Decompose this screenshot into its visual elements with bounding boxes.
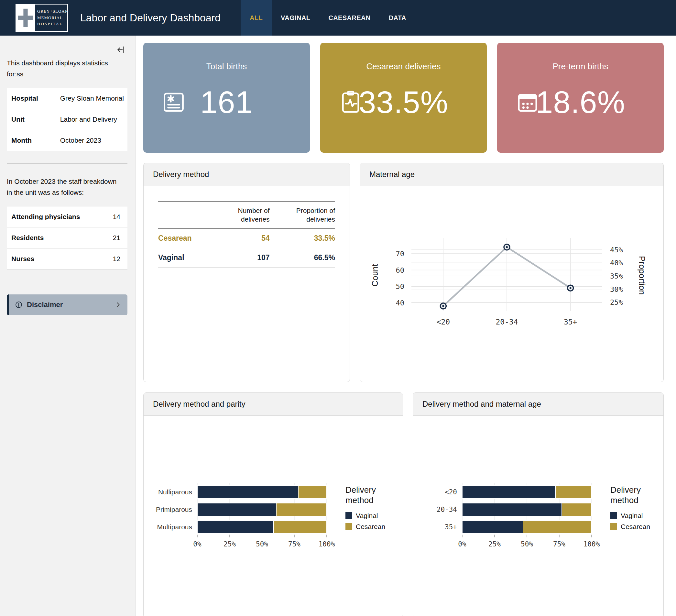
info-label: Unit xyxy=(7,109,58,130)
svg-text:<20: <20 xyxy=(437,318,450,326)
sidebar-collapse-icon[interactable] xyxy=(116,45,125,54)
svg-text:0%: 0% xyxy=(458,540,466,548)
card-title: Delivery method xyxy=(144,163,350,186)
staff-intro-text: In October 2023 the staff breakdown in t… xyxy=(7,176,123,198)
svg-text:75%: 75% xyxy=(553,540,565,548)
svg-text:100%: 100% xyxy=(583,540,600,548)
svg-text:50: 50 xyxy=(396,282,405,290)
svg-text:Delivery: Delivery xyxy=(345,485,376,495)
svg-text:50%: 50% xyxy=(521,540,533,548)
divider xyxy=(7,163,127,164)
clipboard-pulse-icon xyxy=(338,90,363,115)
svg-text:Count: Count xyxy=(370,264,380,286)
svg-text:30%: 30% xyxy=(610,285,623,293)
value-box-row: Total births 161 Cesarean deliveries xyxy=(143,43,664,153)
value-box-preterm-births: Pre-term births 18.6% xyxy=(497,43,664,153)
svg-text:0%: 0% xyxy=(193,540,202,548)
svg-text:20-34: 20-34 xyxy=(496,318,518,326)
tab-all[interactable]: ALL xyxy=(241,0,272,36)
svg-text:45%: 45% xyxy=(610,245,623,254)
svg-text:35+: 35+ xyxy=(445,523,457,531)
svg-text:25%: 25% xyxy=(610,298,623,306)
value-box-title: Total births xyxy=(143,61,310,71)
svg-text:Cesarean: Cesarean xyxy=(356,523,385,530)
svg-text:40%: 40% xyxy=(610,259,623,267)
svg-text:20-34: 20-34 xyxy=(437,506,457,513)
staff-row: Nurses 12 xyxy=(7,248,127,270)
delivery-method-card: Delivery method Number of deliveries Pro… xyxy=(143,163,350,382)
svg-text:method: method xyxy=(345,495,374,505)
card-title: Delivery method and maternal age xyxy=(413,393,663,416)
info-row: Month October 2023 xyxy=(7,130,127,151)
staff-row: Residents 21 xyxy=(7,227,127,248)
chevron-right-icon xyxy=(114,301,122,308)
row-label: Cesarean xyxy=(158,228,204,248)
value-box-value: 161 xyxy=(200,85,253,120)
column-header: Number of deliveries xyxy=(204,202,270,228)
disclaimer-label: Disclaimer xyxy=(27,300,63,309)
cell-proportion: 66.5% xyxy=(270,248,335,267)
tab-vaginal[interactable]: VAGINAL xyxy=(272,0,319,36)
value-box-value: 18.6% xyxy=(536,85,625,120)
info-icon xyxy=(15,301,23,309)
cell-proportion: 33.5% xyxy=(270,228,335,248)
value-box-total-births: Total births 161 xyxy=(143,43,310,153)
delivery-row-vaginal: Vaginal 107 66.5% xyxy=(158,248,335,267)
divider xyxy=(7,282,127,282)
hospital-logo-text: GREY+SLOAN MEMORIAL HOSPITAL xyxy=(35,5,68,31)
staff-label: Residents xyxy=(7,227,91,248)
info-label: Month xyxy=(7,130,58,151)
svg-text:60: 60 xyxy=(396,266,405,274)
svg-text:Vaginal: Vaginal xyxy=(356,512,378,519)
svg-text:50%: 50% xyxy=(256,540,268,548)
staff-label: Nurses xyxy=(7,248,91,270)
svg-text:<20: <20 xyxy=(445,488,457,496)
info-row: Unit Labor and Delivery xyxy=(7,109,127,130)
nav-tabs: ALL VAGINAL CAESAREAN DATA xyxy=(241,0,415,36)
svg-text:100%: 100% xyxy=(318,540,335,548)
sidebar-intro-text: This dashboard displays statistics for:s… xyxy=(7,58,123,79)
value-box-title: Pre-term births xyxy=(497,61,664,71)
info-value: Labor and Delivery xyxy=(58,109,127,130)
svg-text:35%: 35% xyxy=(610,272,623,280)
delivery-parity-bar-chart: 0%25%50%75%100%NulliparousPrimiparousMul… xyxy=(144,416,403,616)
tab-data[interactable]: DATA xyxy=(380,0,415,36)
medical-record-icon xyxy=(161,90,186,115)
delivery-maternal-age-bar-chart: 0%25%50%75%100%<2020-3435+Deliverymethod… xyxy=(413,416,663,616)
cross-icon xyxy=(16,5,35,31)
card-title: Delivery method and parity xyxy=(144,393,403,416)
svg-text:Primiparous: Primiparous xyxy=(156,506,192,513)
main-content: Total births 161 Cesarean deliveries xyxy=(136,36,676,616)
staff-table: Attending physicians 14 Residents 21 Nur… xyxy=(7,206,127,270)
svg-text:25%: 25% xyxy=(489,540,501,548)
svg-text:method: method xyxy=(610,495,638,505)
svg-text:Nulliparous: Nulliparous xyxy=(158,488,192,496)
column-header: Proportion of deliveries xyxy=(270,202,335,228)
calendar-icon xyxy=(515,90,540,115)
svg-text:Cesarean: Cesarean xyxy=(621,523,650,530)
maternal-age-card: Maternal age 4050607025%30%35%40%45%<202… xyxy=(360,163,664,382)
app-title: Labor and Delivery Dashboard xyxy=(80,12,221,24)
value-box-value: 33.5% xyxy=(359,85,448,120)
delivery-row-cesarean: Cesarean 54 33.5% xyxy=(158,228,335,248)
svg-text:75%: 75% xyxy=(288,540,300,548)
svg-text:40: 40 xyxy=(396,299,405,307)
svg-text:Vaginal: Vaginal xyxy=(621,512,643,519)
staff-label: Attending physicians xyxy=(7,207,91,227)
tab-caesarean[interactable]: CAESAREAN xyxy=(319,0,379,36)
svg-text:Multiparous: Multiparous xyxy=(157,523,192,530)
disclaimer-accordion[interactable]: Disclaimer xyxy=(7,294,127,315)
row-label: Vaginal xyxy=(158,248,204,267)
delivery-method-table: Number of deliveries Proportion of deliv… xyxy=(158,201,335,268)
info-value: October 2023 xyxy=(58,130,127,151)
info-value: Grey Sloan Memorial xyxy=(58,88,127,109)
logo-line: MEMORIAL xyxy=(37,14,68,21)
svg-text:Proportion: Proportion xyxy=(637,256,647,295)
delivery-table-corner xyxy=(158,202,204,228)
hospital-info-table: Hospital Grey Sloan Memorial Unit Labor … xyxy=(7,88,127,151)
sidebar: This dashboard displays statistics for:s… xyxy=(0,36,136,616)
staff-count: 12 xyxy=(91,248,127,270)
hospital-logo: GREY+SLOAN MEMORIAL HOSPITAL xyxy=(15,4,68,32)
staff-count: 21 xyxy=(91,227,127,248)
cell-count: 107 xyxy=(204,248,270,267)
